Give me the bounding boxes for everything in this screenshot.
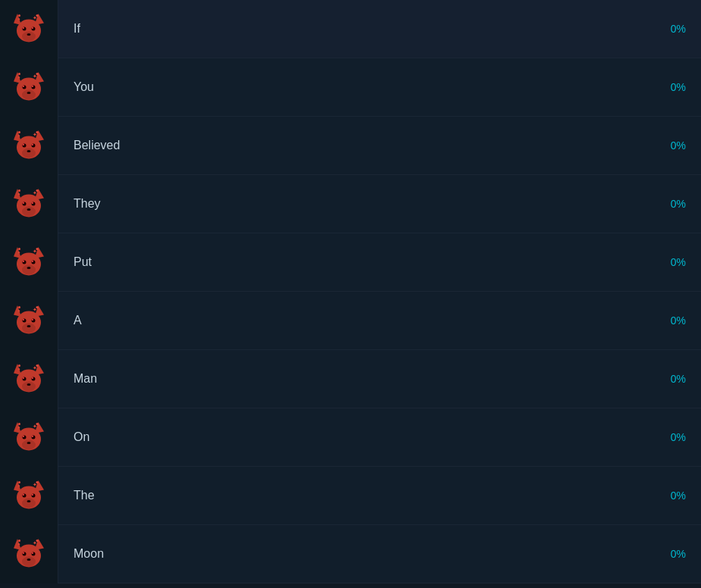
svg-point-88: [27, 383, 31, 386]
svg-point-109: [22, 499, 36, 508]
avatar: ✦ ✦: [0, 525, 58, 583]
svg-point-83: [22, 382, 36, 392]
svg-point-44: [22, 207, 36, 217]
svg-point-18: [22, 90, 36, 100]
svg-point-8: [23, 27, 24, 29]
svg-point-58: [23, 261, 27, 264]
track-title: Moon: [58, 547, 663, 561]
track-percentage: 0%: [663, 373, 701, 385]
list-item[interactable]: ✦ ✦ The0%: [0, 467, 701, 525]
svg-point-32: [23, 144, 27, 148]
track-percentage: 0%: [663, 81, 701, 93]
svg-text:✦: ✦: [33, 307, 37, 312]
svg-text:✦: ✦: [17, 17, 20, 21]
track-title: Believed: [58, 139, 663, 152]
list-item[interactable]: ✦ ✦ On0%: [0, 408, 701, 467]
svg-text:✦: ✦: [33, 15, 37, 20]
svg-point-87: [32, 377, 33, 379]
svg-text:✦: ✦: [17, 308, 20, 313]
track-percentage: 0%: [663, 198, 701, 210]
svg-point-35: [32, 144, 33, 145]
svg-point-36: [27, 150, 31, 152]
svg-point-20: [32, 86, 36, 89]
list-item[interactable]: ✦ ✦ They0%: [0, 175, 701, 233]
svg-point-22: [32, 86, 33, 87]
wolf-icon: ✦ ✦: [10, 243, 48, 281]
track-title: The: [58, 489, 663, 502]
list-item[interactable]: ✦ ✦ A0%: [0, 292, 701, 350]
svg-point-72: [32, 319, 36, 323]
track-title: If: [58, 22, 663, 36]
svg-point-112: [23, 494, 24, 496]
wolf-icon: ✦ ✦: [10, 185, 48, 223]
track-title: Put: [58, 255, 663, 269]
svg-point-96: [22, 440, 36, 450]
svg-point-57: [22, 265, 36, 275]
svg-point-70: [22, 324, 36, 333]
track-title: Man: [58, 372, 663, 386]
svg-point-5: [22, 32, 36, 42]
svg-point-10: [27, 33, 31, 36]
svg-point-46: [32, 202, 36, 206]
svg-text:✦: ✦: [17, 425, 20, 430]
track-percentage: 0%: [663, 256, 701, 268]
avatar: ✦ ✦: [0, 0, 58, 58]
track-percentage: 0%: [663, 431, 701, 443]
svg-point-34: [23, 144, 24, 145]
wolf-icon: ✦ ✦: [10, 535, 48, 573]
avatar: ✦ ✦: [0, 408, 58, 467]
list-item[interactable]: ✦ ✦ If0%: [0, 0, 701, 58]
track-title: A: [58, 314, 663, 327]
wolf-icon: ✦ ✦: [10, 302, 48, 339]
track-title: You: [58, 80, 663, 94]
list-item[interactable]: ✦ ✦ Put0%: [0, 233, 701, 292]
avatar: ✦ ✦: [0, 467, 58, 525]
svg-point-71: [23, 319, 27, 323]
svg-point-60: [23, 261, 24, 262]
svg-point-73: [23, 319, 24, 321]
avatar: ✦ ✦: [0, 350, 58, 408]
svg-text:✦: ✦: [33, 249, 37, 254]
svg-text:✦: ✦: [33, 190, 37, 195]
svg-point-6: [23, 27, 27, 31]
svg-point-85: [32, 377, 36, 381]
list-item[interactable]: ✦ ✦ Believed0%: [0, 117, 701, 175]
svg-point-124: [32, 552, 36, 556]
svg-point-62: [27, 267, 31, 269]
svg-point-23: [27, 92, 31, 94]
track-percentage: 0%: [663, 23, 701, 35]
svg-text:✦: ✦: [17, 542, 20, 546]
avatar: ✦ ✦: [0, 292, 58, 350]
svg-point-7: [32, 27, 36, 31]
track-percentage: 0%: [663, 548, 701, 560]
svg-text:✦: ✦: [17, 367, 20, 371]
wolf-icon: ✦ ✦: [10, 477, 48, 514]
list-item[interactable]: ✦ ✦ Man0%: [0, 350, 701, 408]
svg-text:✦: ✦: [33, 365, 37, 371]
avatar: ✦ ✦: [0, 233, 58, 292]
svg-point-101: [27, 442, 31, 444]
svg-point-122: [22, 557, 36, 567]
svg-point-9: [32, 27, 33, 29]
svg-point-111: [32, 494, 36, 498]
svg-text:✦: ✦: [33, 540, 37, 546]
tracks-list: ✦ ✦ If0%: [0, 0, 701, 583]
list-item[interactable]: ✦ ✦ Moon0%: [0, 525, 701, 583]
svg-text:✦: ✦: [33, 74, 37, 79]
svg-point-75: [27, 325, 31, 327]
svg-point-125: [23, 552, 24, 554]
svg-point-113: [32, 494, 33, 496]
wolf-icon: ✦ ✦: [10, 68, 48, 106]
avatar: ✦ ✦: [0, 175, 58, 233]
list-item[interactable]: ✦ ✦ You0%: [0, 58, 701, 117]
svg-point-49: [27, 208, 31, 211]
svg-point-114: [27, 500, 31, 502]
avatar: ✦ ✦: [0, 58, 58, 117]
svg-point-97: [23, 436, 27, 439]
svg-text:✦: ✦: [33, 132, 37, 137]
track-title: On: [58, 430, 663, 444]
svg-point-61: [32, 261, 33, 262]
svg-text:✦: ✦: [17, 250, 20, 255]
svg-text:✦: ✦: [33, 482, 37, 487]
wolf-icon: ✦ ✦: [10, 127, 48, 164]
